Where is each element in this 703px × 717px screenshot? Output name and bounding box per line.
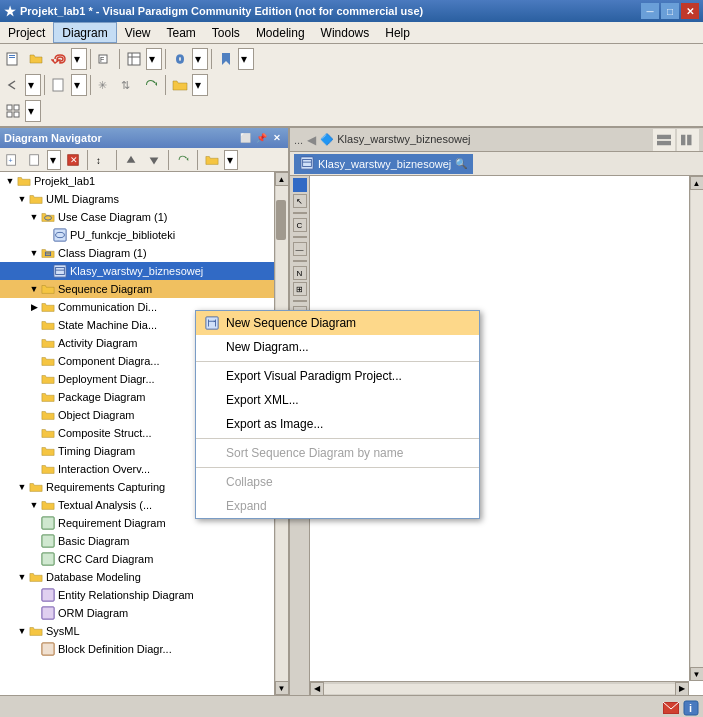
menu-diagram[interactable]: Diagram: [53, 22, 116, 43]
menu-windows[interactable]: Windows: [313, 22, 378, 43]
panel-tb-folder[interactable]: [201, 149, 223, 171]
tb-bookmark-btn[interactable]: [215, 48, 237, 70]
tree-item-pu-funkcje[interactable]: ▶ PU_funkcje_biblioteki: [0, 226, 274, 244]
tb-btn12[interactable]: ⇅: [117, 74, 139, 96]
canvas-scroll-up[interactable]: ▲: [690, 176, 704, 190]
tree-item-orm[interactable]: ▶ ORM Diagram: [0, 604, 274, 622]
tb-undo-btn[interactable]: [48, 48, 70, 70]
scroll-down-btn[interactable]: ▼: [275, 681, 289, 695]
panel-tb-refresh[interactable]: [172, 149, 194, 171]
panel-close-btn[interactable]: ✕: [270, 131, 284, 145]
maximize-button[interactable]: □: [661, 3, 679, 19]
expand-comm[interactable]: ▶: [28, 301, 40, 313]
tool-arrow[interactable]: ↖: [293, 194, 307, 208]
tb-dropdown3[interactable]: ▾: [192, 48, 208, 70]
ctx-export-vp[interactable]: Export Visual Paradigm Project...: [196, 364, 479, 388]
panel-tb-up[interactable]: [120, 149, 142, 171]
panel-tb-sort[interactable]: ↕: [91, 149, 113, 171]
panel-tb-folder-dd[interactable]: ▾: [224, 150, 238, 170]
panel-tb-down[interactable]: [143, 149, 165, 171]
tool-note[interactable]: N: [293, 266, 307, 280]
tb-dropdown2[interactable]: ▾: [146, 48, 162, 70]
tool-class[interactable]: C: [293, 218, 307, 232]
tb-folder-btn[interactable]: [169, 74, 191, 96]
tb-dropdown5[interactable]: ▾: [25, 74, 41, 96]
minimize-button[interactable]: ─: [641, 3, 659, 19]
tb-open-btn[interactable]: [25, 48, 47, 70]
tree-item-klasy[interactable]: ▶ Klasy_warstwy_biznesowej: [0, 262, 274, 280]
menu-tools[interactable]: Tools: [204, 22, 248, 43]
tool-img[interactable]: ⊞: [293, 282, 307, 296]
tb-link-btn[interactable]: [169, 48, 191, 70]
tool-link[interactable]: —: [293, 242, 307, 256]
panel-pin-btn[interactable]: 📌: [254, 131, 268, 145]
ctx-sep1: [196, 361, 479, 362]
tree-item-sysml[interactable]: ▼ SysML: [0, 622, 274, 640]
scroll-up-btn[interactable]: ▲: [275, 172, 289, 186]
canvas-vscroll[interactable]: ▲ ▼: [689, 176, 703, 681]
tree-item-class-folder[interactable]: ▼ Class Diagram (1): [0, 244, 274, 262]
tb-dropdown8[interactable]: ▾: [25, 100, 41, 122]
tree-item-db[interactable]: ▼ Database Modeling: [0, 568, 274, 586]
tree-item-basic-diag[interactable]: ▶ Basic Diagram: [0, 532, 274, 550]
tree-item-projekt[interactable]: ▼ Projekt_lab1: [0, 172, 274, 190]
panel-tb-dropdown[interactable]: ▾: [47, 150, 61, 170]
tb-new-btn[interactable]: [2, 48, 24, 70]
tb-back-btn[interactable]: [2, 74, 24, 96]
active-tab[interactable]: Klasy_warstwy_biznesowej 🔍: [294, 154, 473, 174]
tree-item-usecase-folder[interactable]: ▼ Use Case Diagram (1): [0, 208, 274, 226]
canvas-scroll-left[interactable]: ◀: [310, 682, 324, 696]
panel-tb-delete[interactable]: ✕: [62, 149, 84, 171]
canvas-hscroll[interactable]: ◀ ▶: [310, 681, 689, 695]
svg-rect-8: [53, 79, 63, 91]
panel-restore-btn[interactable]: ⬜: [238, 131, 252, 145]
tb-dropdown7[interactable]: ▾: [192, 74, 208, 96]
menu-view[interactable]: View: [117, 22, 159, 43]
menu-team[interactable]: Team: [159, 22, 204, 43]
panel-layout-btn1[interactable]: [653, 129, 675, 151]
mail-icon[interactable]: [663, 700, 679, 716]
tree-item-crc[interactable]: ▶ CRC Card Diagram: [0, 550, 274, 568]
expand-sequence[interactable]: ▼: [28, 283, 40, 295]
ctx-new-sequence[interactable]: New Sequence Diagram: [196, 311, 479, 335]
canvas-scroll-down[interactable]: ▼: [690, 667, 704, 681]
panel-layout-btn2[interactable]: [677, 129, 699, 151]
menu-project[interactable]: Project: [0, 22, 53, 43]
expand-sysml[interactable]: ▼: [16, 625, 28, 637]
menu-modeling[interactable]: Modeling: [248, 22, 313, 43]
tb-btn5[interactable]: F: [94, 48, 116, 70]
panel-tb-btn2[interactable]: [24, 149, 46, 171]
expand-class[interactable]: ▼: [28, 247, 40, 259]
separator4: [211, 49, 212, 69]
tool-select[interactable]: [293, 178, 307, 192]
close-button[interactable]: ✕: [681, 3, 699, 19]
panel-tb-new[interactable]: +: [1, 149, 23, 171]
tb-dropdown4[interactable]: ▾: [238, 48, 254, 70]
canvas-scroll-right[interactable]: ▶: [675, 682, 689, 696]
ctx-export-xml[interactable]: Export XML...: [196, 388, 479, 412]
tb-grid-btn[interactable]: [2, 100, 24, 122]
tree-item-block-def[interactable]: ▶ Block Definition Diagr...: [0, 640, 274, 658]
scroll-thumb[interactable]: [276, 200, 286, 240]
tb-btn10[interactable]: [48, 74, 70, 96]
tb-dropdown1[interactable]: ▾: [71, 48, 87, 70]
tb-refresh-btn[interactable]: [140, 74, 162, 96]
tree-item-uml[interactable]: ▼ UML Diagrams: [0, 190, 274, 208]
menu-help[interactable]: Help: [377, 22, 418, 43]
tree-item-sequence-folder[interactable]: ▼ Sequence Diagram: [0, 280, 274, 298]
tb-btn6[interactable]: [123, 48, 145, 70]
expand-req-cap[interactable]: ▼: [16, 481, 28, 493]
expand-uml[interactable]: ▼: [16, 193, 28, 205]
info-icon[interactable]: i: [683, 700, 699, 716]
tb-dropdown6[interactable]: ▾: [71, 74, 87, 96]
expand-db[interactable]: ▼: [16, 571, 28, 583]
tb-btn11[interactable]: ✳: [94, 74, 116, 96]
expand-textual[interactable]: ▼: [28, 499, 40, 511]
sep-panel: [87, 150, 88, 170]
expand-usecase[interactable]: ▼: [28, 211, 40, 223]
tree-item-erd[interactable]: ▶ Entity Relationship Diagram: [0, 586, 274, 604]
ctx-export-image[interactable]: Export as Image...: [196, 412, 479, 436]
svg-rect-32: [42, 535, 54, 547]
expand-projekt[interactable]: ▼: [4, 175, 16, 187]
ctx-new-diagram[interactable]: New Diagram...: [196, 335, 479, 359]
